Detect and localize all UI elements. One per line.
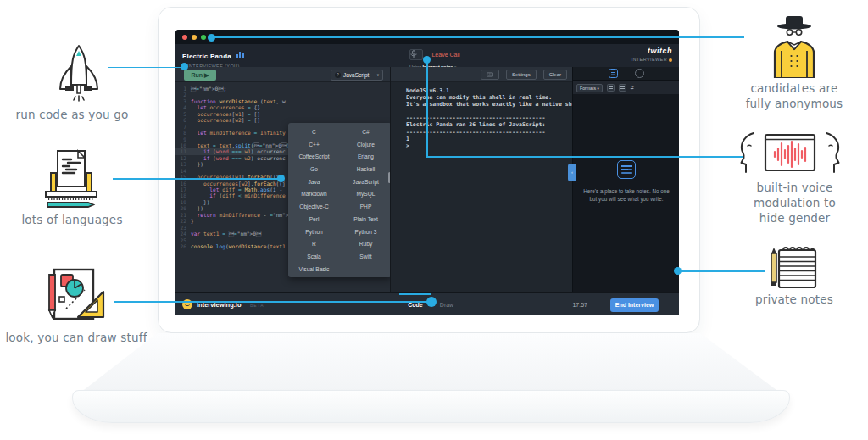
drawing-icon	[41, 265, 107, 327]
line-number: 19	[175, 199, 186, 205]
console-toolbar: Settings Clear	[391, 67, 573, 82]
code-line[interactable]: 5 occurrences[w1] = []	[175, 111, 390, 117]
language-help-icon: ?	[335, 72, 341, 78]
language-option[interactable]: Markdown	[288, 188, 340, 201]
language-option[interactable]: Objective-C	[288, 201, 340, 214]
keyboard-shortcuts-button[interactable]	[481, 70, 499, 80]
language-option[interactable]: Perl	[288, 214, 340, 226]
language-option[interactable]: Java	[288, 176, 340, 189]
code-text: if (word === w2) occurrenc	[191, 155, 286, 161]
code-line[interactable]: 1="nm">0;	[175, 86, 390, 92]
line-number: 1	[175, 86, 186, 92]
callout-dot-language-menu	[277, 175, 285, 182]
language-option[interactable]: Scala	[288, 251, 340, 264]
session-block: Electric Panda INTERVIEWEE (YOU)	[182, 47, 244, 69]
language-option[interactable]: R	[288, 238, 340, 251]
interviewer-row: INTERVIEWER	[632, 57, 673, 62]
language-option[interactable]: CoffeeScript	[288, 151, 340, 164]
code-text: })	[191, 161, 203, 167]
clear-formatting-icon[interactable]: T	[631, 86, 634, 91]
language-option[interactable]: PHP	[340, 201, 392, 214]
line-number: 12	[175, 155, 186, 161]
callout-dot-run-button	[181, 63, 188, 70]
end-interview-button[interactable]: End Interview	[610, 298, 659, 312]
code-text: }	[191, 218, 194, 224]
leave-call-button[interactable]: Leave Call	[431, 52, 459, 58]
callout-line-anonymous	[212, 36, 744, 38]
language-option[interactable]: Plain Text	[340, 214, 392, 226]
language-option[interactable]: Go	[288, 164, 340, 176]
run-button[interactable]: Run ▶	[184, 70, 216, 81]
language-option[interactable]: Haskell	[340, 164, 392, 176]
code-text	[191, 237, 194, 243]
language-select[interactable]: ? JavaScript ▾	[331, 70, 383, 81]
notepad-icon	[768, 243, 819, 289]
line-number: 14	[175, 168, 186, 174]
line-number: 11	[175, 148, 186, 154]
formats-dropdown[interactable]: Formats ▾	[576, 84, 603, 92]
line-number: 6	[175, 117, 186, 123]
notes-placeholder: Here's a place to take notes. No one but…	[581, 187, 671, 203]
language-option[interactable]: C#	[340, 126, 392, 139]
twitch-logo: twitch	[632, 47, 673, 55]
notes-icon	[617, 160, 636, 179]
language-option[interactable]: Python	[288, 226, 340, 239]
console-output[interactable]: NodeJS v6.3.1Everyone can modify this sh…	[391, 82, 585, 149]
code-text	[191, 124, 194, 130]
callout-line-draw	[114, 301, 432, 303]
language-option[interactable]: Clojure	[340, 139, 392, 152]
language-option[interactable]: Erlang	[340, 151, 392, 164]
microphone-icon	[410, 50, 417, 58]
language-option[interactable]: Python 3	[340, 226, 392, 239]
callout-line-run	[108, 67, 185, 69]
notes-tabs	[573, 67, 679, 81]
language-option[interactable]: MySQL	[340, 188, 392, 201]
language-option[interactable]: JavaScript	[340, 176, 392, 189]
language-option[interactable]: Swift	[340, 251, 392, 264]
callout-dot-notes-panel	[674, 267, 682, 275]
bullet-list-icon[interactable]	[607, 84, 615, 92]
settings-button[interactable]: Settings	[506, 70, 537, 80]
line-number: 8	[175, 130, 186, 136]
collapse-panel-handle[interactable]: ‹	[568, 164, 576, 181]
language-option[interactable]: Ruby	[340, 238, 392, 251]
chat-tab-icon[interactable]	[635, 69, 644, 78]
line-number: 16	[175, 181, 186, 187]
notes-empty-state[interactable]: Here's a place to take notes. No one but…	[573, 160, 679, 203]
language-menu-col2: C#ClojureErlangHaskellJavaScriptMySQLPHP…	[340, 126, 392, 277]
code-text: let diff = Math.abs(i -	[191, 187, 282, 192]
documents-icon	[42, 148, 100, 210]
beta-badge: BETA	[250, 303, 264, 308]
code-line[interactable]: 4 let occurrences = {}	[175, 104, 390, 110]
language-option[interactable]: C++	[288, 139, 340, 152]
console-line: ----------------------------------------…	[406, 129, 585, 136]
code-text: if (word === w1) occurrenc	[191, 148, 286, 154]
code-line[interactable]: 2	[175, 92, 390, 97]
code-text: if (diff < minDifference	[191, 192, 286, 198]
line-number: 13	[175, 161, 186, 167]
callout-label-private-notes: private notes	[739, 292, 849, 307]
console-line: >	[406, 142, 585, 149]
zoom-window-icon[interactable]	[201, 35, 206, 40]
tab-draw[interactable]: Draw	[433, 293, 460, 315]
callout-dot-session-title	[208, 34, 215, 42]
close-window-icon[interactable]	[182, 35, 187, 40]
notes-tab-icon[interactable]	[609, 69, 618, 78]
callout-line-voice-horizontal	[426, 156, 743, 158]
language-option[interactable]: Visual Basic	[288, 264, 340, 276]
line-number: 18	[175, 192, 186, 198]
rocket-icon	[53, 44, 105, 105]
editor-toolbar: Run ▶ ? JavaScript ▾	[175, 67, 390, 82]
callout-dot-voice-selector	[423, 56, 431, 64]
clear-button[interactable]: Clear	[543, 70, 567, 80]
line-number: 2	[175, 92, 186, 97]
line-number: 22	[175, 218, 186, 224]
language-option[interactable]: C	[288, 126, 340, 139]
console-line: It's a sandbox that works exactly like a…	[406, 101, 585, 108]
code-line[interactable]: 3function wordDistance (text, w	[175, 98, 390, 104]
laptop-base-wedge	[81, 333, 780, 393]
stage: Electric Panda INTERVIEWEE (YOU) Leave C…	[0, 0, 868, 440]
mute-mic-button[interactable]	[409, 49, 423, 60]
minimize-window-icon[interactable]	[192, 35, 197, 40]
numbered-list-icon[interactable]	[619, 84, 626, 92]
